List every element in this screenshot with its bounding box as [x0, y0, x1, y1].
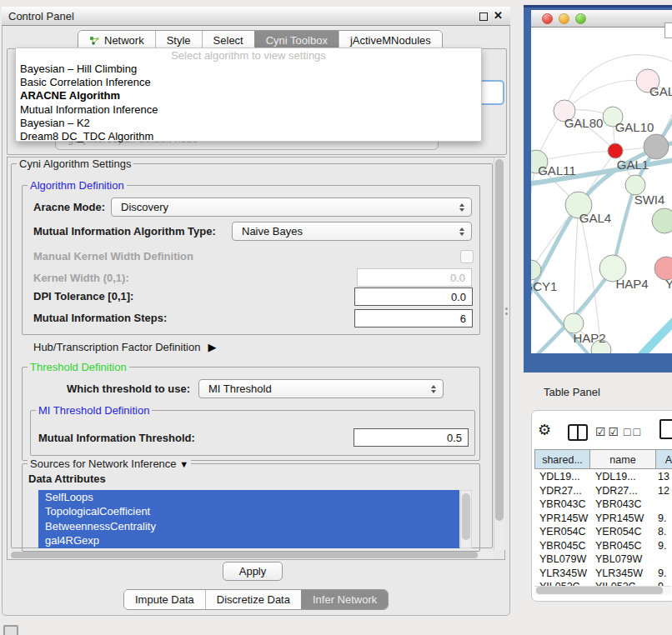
vertical-scrollbar-thumb[interactable]: [495, 159, 504, 521]
panel-splitter-handle[interactable]: [504, 307, 509, 317]
attributes-scrollbar-thumb[interactable]: [462, 493, 470, 540]
table-cell: YBR043C: [589, 498, 654, 512]
table-row[interactable]: YBL079WYBL079W: [534, 552, 672, 567]
attribute-item[interactable]: BetweennessCentrality: [38, 519, 459, 533]
cyni-settings-group-title: Cyni Algorithm Settings: [17, 158, 133, 170]
algorithm-option[interactable]: Dream8 DC_TDC Algorithm: [16, 130, 481, 143]
split-panel-icon[interactable]: [568, 424, 588, 441]
node-label: GAL80: [564, 116, 604, 130]
hub-definition-expander[interactable]: Hub/Transcription Factor Definition ▶: [33, 341, 216, 353]
network-edge: [639, 312, 672, 353]
sources-group-title[interactable]: Sources for Network Inference ▼: [28, 458, 191, 471]
minimize-traffic-light-icon[interactable]: [559, 13, 569, 24]
horizontal-scrollbar-thumb[interactable]: [11, 552, 478, 558]
mi-threshold-group-title: MI Threshold Definition: [36, 404, 152, 417]
panel-title: Control Panel: [8, 7, 74, 26]
table-cell: YBL079W: [589, 552, 654, 567]
table-row[interactable]: YLR345WYLR345W9.: [534, 567, 672, 581]
bottom-tabs: Impute DataDiscretize DataInfer Network: [123, 589, 389, 610]
table-row[interactable]: YIL052CYIL052C9: [534, 580, 672, 586]
column-header[interactable]: shared...: [534, 449, 590, 469]
tab-infer-network[interactable]: Infer Network: [301, 590, 388, 609]
table-cell: YBR043C: [534, 498, 589, 512]
tab-discretize-data[interactable]: Discretize Data: [205, 590, 301, 609]
stepper-arrows-icon: [459, 225, 464, 238]
network-window-titlebar[interactable]: [531, 10, 672, 28]
dropdown-prompt: Select algorithm to view settings: [16, 48, 481, 62]
algorithm-option[interactable]: Bayesian – K2: [16, 117, 481, 130]
table-row[interactable]: YDL19...YDL19...13: [534, 470, 672, 484]
network-node[interactable]: [644, 134, 669, 159]
zoom-traffic-light-icon[interactable]: [575, 13, 586, 24]
data-attributes-list[interactable]: SelfLoopsTopologicalCoefficientBetweenne…: [38, 490, 459, 548]
stepper-arrows-icon: [431, 382, 436, 396]
gear-icon[interactable]: ⚙: [538, 422, 551, 438]
network-graph: GALGAL80GAL10GAL1GAL11SWI4GAL4GCY1HAP4YH…: [531, 28, 672, 353]
table-row[interactable]: YPR145WYPR145W9.: [534, 512, 672, 526]
aracne-mode-label: Aracne Mode:: [33, 201, 105, 213]
algorithm-option[interactable]: Basic Correlation Inference: [16, 76, 481, 89]
network-node[interactable]: [652, 208, 672, 233]
table-cell: YDR27...: [589, 484, 654, 498]
table-cell: YPR145W: [589, 512, 654, 526]
table-cell: YBR045C: [589, 539, 654, 553]
table-row[interactable]: YDR27...YDR27...12: [534, 484, 672, 498]
bottom-left-partial-icon[interactable]: [3, 625, 18, 635]
attribute-item[interactable]: SelfLoops: [38, 490, 459, 504]
attribute-item[interactable]: gal4RGexp: [38, 533, 459, 548]
kernel-width-field[interactable]: 0.0: [357, 268, 472, 287]
float-window-icon[interactable]: [479, 12, 488, 21]
dropdown-items: Bayesian – Hill ClimbingBasic Correlatio…: [16, 62, 481, 143]
table-cell: YBR045C: [534, 539, 589, 553]
mi-steps-field[interactable]: 6: [354, 309, 473, 328]
table-panel-title: Table Panel: [544, 386, 600, 398]
stepper-arrows-icon: [459, 201, 464, 214]
network-tab-icon: [89, 36, 100, 46]
manual-kernel-checkbox[interactable]: [460, 250, 474, 263]
table-cell: YDL19...: [534, 470, 589, 484]
close-icon[interactable]: ✕: [494, 7, 503, 25]
node-label: HAP2: [573, 331, 605, 345]
tab-label: Select: [213, 34, 243, 47]
mi-steps-label: Mutual Information Steps:: [33, 312, 167, 324]
node-label: GAL11: [538, 163, 576, 178]
mi-threshold-field[interactable]: 0.5: [354, 428, 469, 447]
page-icon[interactable]: [659, 419, 672, 439]
table-cell: 9.: [654, 539, 672, 553]
kernel-width-label: Kernel Width (0,1):: [33, 272, 129, 284]
aracne-mode-combo[interactable]: Discovery: [111, 198, 472, 217]
table-horizontal-scrollbar-thumb[interactable]: [536, 587, 663, 594]
node-label: GAL: [649, 84, 672, 98]
tab-impute-data[interactable]: Impute Data: [124, 590, 205, 609]
network-canvas[interactable]: GALGAL80GAL10GAL1GAL11SWI4GAL4GCY1HAP4YH…: [531, 28, 672, 353]
node-label: GAL10: [615, 120, 654, 134]
table-row[interactable]: YBR045CYBR045C9.: [534, 539, 672, 553]
which-threshold-combo[interactable]: MI Threshold: [198, 379, 444, 398]
table-cell: YIL052C: [589, 580, 654, 586]
algorithm-option[interactable]: Bayesian – Hill Climbing: [16, 62, 481, 76]
algorithm-option[interactable]: Mutual Information Inference: [16, 103, 481, 117]
select-all-checkboxes-icon[interactable]: ☑☑: [595, 425, 621, 438]
column-header[interactable]: A: [655, 449, 672, 469]
table-cell: 13: [654, 470, 672, 484]
deselect-all-checkboxes-icon[interactable]: □□: [624, 425, 643, 438]
table-cell: YLR345W: [534, 567, 589, 581]
which-threshold-value: MI Threshold: [208, 382, 272, 395]
algorithm-option[interactable]: ARACNE Algorithm: [16, 89, 481, 102]
attribute-item[interactable]: TopologicalCoefficient: [38, 504, 459, 518]
network-edge: [574, 205, 579, 323]
network-node[interactable]: [608, 143, 623, 158]
column-header[interactable]: name: [589, 449, 656, 469]
table-row[interactable]: YBR043CYBR043C: [534, 498, 672, 512]
table-cell: YER054C: [589, 525, 654, 539]
node-label: GAL1: [617, 158, 649, 172]
mi-type-combo[interactable]: Naive Bayes: [232, 222, 472, 241]
node-label: HAP4: [615, 277, 648, 291]
dpi-tolerance-field[interactable]: 0.0: [354, 288, 473, 306]
tab-label: Network: [104, 34, 144, 47]
screen: Control Panel ✕ NetworkStyleSelectCyni T…: [0, 0, 672, 635]
apply-button[interactable]: Apply: [223, 562, 283, 581]
table-row[interactable]: YER054CYER054C8.: [534, 525, 672, 539]
close-traffic-light-icon[interactable]: [542, 13, 553, 24]
node-label: GCY1: [531, 279, 557, 293]
